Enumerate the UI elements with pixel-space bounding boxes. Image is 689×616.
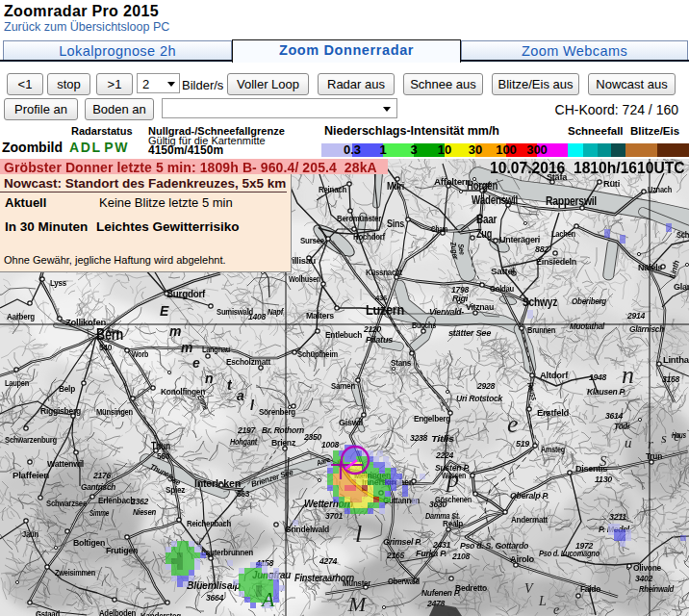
svg-text:Schwarzenburg: Schwarzenburg [5,434,57,445]
svg-text:Uri Rotstock: Uri Rotstock [456,394,503,403]
svg-text:3168: 3168 [662,374,679,384]
svg-text:Lyss: Lyss [50,277,66,288]
svg-text:n: n [205,371,214,386]
svg-text:M: M [347,592,368,616]
svg-text:Klausen P.: Klausen P. [587,387,625,397]
svg-text:Gantrisch: Gantrisch [81,482,116,492]
svg-text:Plaffeien: Plaffeien [13,470,50,480]
svg-text:Wolhusen: Wolhusen [289,273,320,284]
svg-text:Brunnen: Brunnen [527,324,555,335]
svg-text:2108: 2108 [451,552,470,561]
svg-text:Zug: Zug [476,227,492,241]
svg-text:Titlis: Titlis [431,434,454,444]
svg-text:Finsteraarhorn: Finsteraarhorn [294,573,354,583]
svg-text:1008: 1008 [321,440,339,449]
svg-text:Adelboden: Adelboden [99,607,136,616]
svg-text:3701: 3701 [325,511,343,521]
svg-text:Pilatus: Pilatus [366,335,393,345]
svg-text:Simme: Simme [89,508,109,518]
svg-text:Vitznau: Vitznau [466,301,494,312]
svg-text:Lauterbrunnen: Lauterbrunnen [201,547,253,557]
svg-text:Grimsel P.: Grimsel P. [383,537,421,547]
svg-text:Malters: Malters [306,310,334,321]
svg-text:n: n [622,361,634,389]
svg-text:Damma St.: Damma St. [425,511,460,521]
svg-text:Einsiedeln: Einsiedeln [536,256,576,267]
svg-text:Schwarzsee: Schwarzsee [46,498,87,508]
svg-text:Airolo: Airolo [510,553,534,564]
svg-text:Muotathal: Muotathal [570,321,605,331]
svg-text:Boltigen: Boltigen [73,537,105,548]
svg-text:p: p [445,465,459,493]
svg-text:Zweisimmen: Zweisimmen [55,567,95,578]
svg-text:e: e [553,603,559,616]
svg-text:Aarberg: Aarberg [7,311,35,321]
svg-text:S: S [600,453,607,469]
svg-text:Escholzmatt: Escholzmatt [226,356,271,367]
svg-text:Haus: Haus [672,430,686,440]
svg-text:Riggisberg: Riggisberg [40,405,81,416]
svg-text:Napf: Napf [268,307,284,317]
svg-text:3238: 3238 [410,433,427,443]
svg-text:Hochdorf: Hochdorf [353,231,386,242]
svg-text:Sattel: Sattel [491,266,515,276]
svg-text:436: 436 [375,294,388,302]
svg-text:Schwyz: Schwyz [523,295,557,309]
svg-text:560: 560 [157,451,170,461]
svg-text:Oberalp P.: Oberalp P. [510,491,549,500]
svg-text:Buochs: Buochs [412,320,436,330]
svg-text:Faido: Faido [580,583,600,594]
svg-text:Wattenwil: Wattenwil [47,458,84,469]
svg-text:Näfels: Näfels [638,262,662,272]
svg-text:540: 540 [99,343,113,352]
svg-text:Pso d. S. Gottardo: Pso d. S. Gottardo [460,541,529,551]
svg-text:Amsteg: Amsteg [541,444,565,454]
svg-text:3630: 3630 [429,500,447,509]
svg-text:Frutigen: Frutigen [106,545,138,555]
svg-text:Pso d. Lucomagno: Pso d. Lucomagno [539,549,600,558]
svg-text:3402: 3402 [635,574,652,583]
svg-text:Affoltern: Affoltern [434,176,471,187]
svg-text:Rheinwald: Rheinwald [639,584,675,594]
svg-text:A: A [260,587,275,611]
svg-text:Interlaken: Interlaken [194,477,242,489]
svg-text:Uznach: Uznach [648,184,672,194]
svg-text:L: L [538,594,547,608]
svg-text:Beromünster: Beromünster [337,213,381,223]
svg-text:Spiez: Spiez [166,485,186,495]
svg-text:Schä: Schä [676,229,689,240]
svg-text:Langnau: Langnau [202,344,230,354]
svg-text:Giswil: Giswil [339,417,363,427]
svg-text:Horgen: Horgen [467,179,498,192]
svg-text:r: r [648,436,653,451]
svg-text:Brienz: Brienz [271,437,296,448]
svg-text:2120: 2120 [363,324,381,334]
svg-text:Rapperswil: Rapperswil [546,194,597,208]
svg-text:2928: 2928 [476,381,495,391]
svg-text:882: 882 [535,244,549,254]
svg-text:2197: 2197 [237,425,256,435]
svg-text:Engelberg: Engelberg [414,413,450,424]
svg-text:Unterägeri: Unterägeri [499,234,540,244]
svg-text:4274: 4274 [319,556,337,566]
svg-text:V: V [524,581,534,596]
svg-text:Andermatt: Andermatt [511,514,549,525]
svg-text:Sörenberg: Sörenberg [259,406,295,417]
svg-text:Baar: Baar [476,213,498,226]
svg-text:m: m [181,340,192,355]
svg-text:e: e [192,355,200,371]
svg-text:Br. Rothorn: Br. Rothorn [262,425,305,435]
svg-text:2914: 2914 [626,311,645,321]
svg-text:Entlebuch: Entlebuch [325,329,362,340]
svg-text:Trun: Trun [646,450,662,461]
svg-text:l: l [355,520,362,548]
svg-text:1130: 1130 [595,475,612,484]
svg-text:a: a [237,388,244,403]
svg-text:Glärnisch: Glärnisch [629,324,665,334]
svg-text:Linthal: Linthal [663,354,689,365]
svg-text:Blüemlisalp: Blüemlisalp [187,579,241,591]
svg-text:m: m [169,323,181,339]
svg-text:Cham: Cham [431,223,447,234]
svg-text:Worb: Worb [132,348,148,359]
svg-text:Vierwald-: Vierwald- [429,307,464,317]
